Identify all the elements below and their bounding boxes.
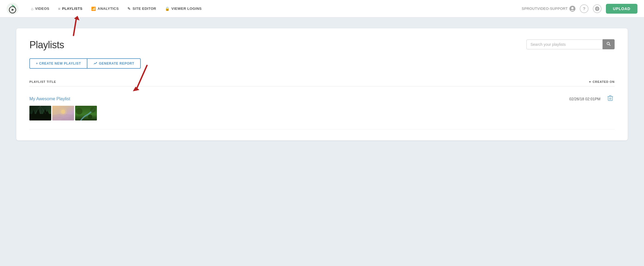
playlist-row-header: My Awesome Playlist 02/26/18 02:01PM — [29, 91, 615, 106]
nav-item-playlists[interactable]: ≡ PLAYLISTS — [54, 4, 86, 13]
language-button[interactable] — [593, 4, 602, 13]
navbar: ⌂ VIDEOS ≡ PLAYLISTS 📶 ANALYTICS ✎ SITE … — [0, 0, 644, 17]
card-header: Playlists — [29, 39, 615, 51]
playlists-icon: ≡ — [58, 7, 60, 11]
trash-icon — [608, 95, 613, 101]
svg-point-34 — [88, 114, 92, 119]
thumbnail-3 — [75, 106, 97, 120]
table-header: PLAYLIST TITLE ▼ CREATED ON — [29, 77, 615, 86]
upload-button[interactable]: UPLOAD — [606, 4, 637, 14]
thumbnail-2 — [52, 106, 74, 120]
action-buttons: + CREATE NEW PLAYLIST GENERATE REPORT — [29, 58, 615, 69]
nav-user[interactable]: SPROUTVIDEO-SUPPORT — [522, 6, 575, 12]
svg-point-33 — [90, 107, 96, 113]
table-row: My Awesome Playlist 02/26/18 02:01PM — [29, 86, 615, 129]
svg-point-32 — [76, 108, 82, 114]
nav-item-analytics[interactable]: 📶 ANALYTICS — [87, 4, 122, 13]
help-button[interactable]: ? — [580, 4, 588, 13]
playlist-thumbnails — [29, 106, 615, 125]
svg-line-10 — [609, 44, 610, 46]
home-icon: ⌂ — [31, 7, 33, 11]
playlist-date: 02/26/18 02:01PM — [569, 97, 600, 101]
edit-icon: ✎ — [127, 7, 131, 11]
svg-rect-17 — [29, 114, 51, 120]
nav-right: SPROUTVIDEO-SUPPORT ? UPLOAD — [522, 4, 637, 14]
search-container — [526, 39, 615, 49]
playlist-name-link[interactable]: My Awesome Playlist — [29, 96, 70, 101]
content-card: Playlists + CREATE NEW PLAYLIST GE — [16, 28, 628, 140]
thumbnail-1 — [29, 106, 51, 120]
col-created-header: ▼ CREATED ON — [589, 80, 615, 83]
col-title-header: PLAYLIST TITLE — [29, 80, 56, 83]
main-content: Playlists + CREATE NEW PLAYLIST GE — [0, 17, 644, 151]
svg-point-30 — [59, 108, 67, 116]
sort-arrow-icon: ▼ — [589, 80, 592, 83]
user-avatar — [569, 6, 575, 12]
delete-playlist-button[interactable] — [606, 95, 615, 103]
report-icon — [93, 62, 97, 65]
search-input[interactable] — [526, 40, 603, 49]
nav-item-viewer-logins[interactable]: 🔒 VIEWER LOGINS — [161, 4, 206, 13]
search-button[interactable] — [603, 39, 615, 49]
nav-item-site-editor[interactable]: ✎ SITE EDITOR — [124, 4, 160, 13]
nav-item-videos[interactable]: ⌂ VIDEOS — [27, 4, 53, 13]
generate-report-button[interactable]: GENERATE REPORT — [87, 58, 141, 69]
nav-links: ⌂ VIDEOS ≡ PLAYLISTS 📶 ANALYTICS ✎ SITE … — [27, 4, 522, 13]
playlist-meta: 02/26/18 02:01PM — [569, 95, 615, 103]
lock-icon: 🔒 — [165, 7, 170, 11]
create-playlist-button[interactable]: + CREATE NEW PLAYLIST — [29, 58, 87, 69]
page-title: Playlists — [29, 39, 64, 51]
analytics-icon: 📶 — [91, 7, 96, 11]
playlist-list: My Awesome Playlist 02/26/18 02:01PM — [29, 86, 615, 129]
logo[interactable] — [7, 3, 19, 15]
svg-point-3 — [571, 7, 574, 9]
